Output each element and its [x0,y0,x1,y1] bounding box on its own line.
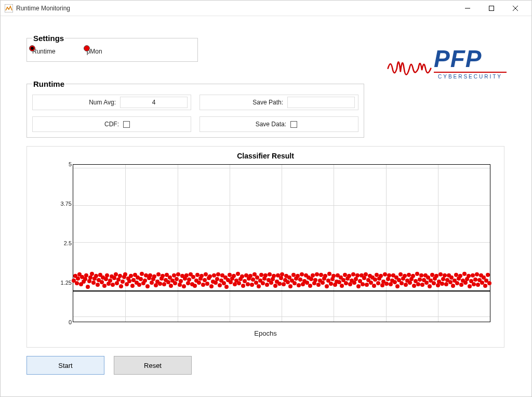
data-point [355,273,360,277]
data-point [323,274,327,278]
data-point [139,277,143,281]
data-point [240,274,244,279]
data-point [462,272,467,276]
data-point [472,282,476,286]
data-point [420,283,424,287]
data-point [76,276,80,281]
runtime-panel: Runtime Num Avg: 4 Save Path: CDF: Save … [26,80,364,138]
data-point [372,284,376,288]
data-point [158,282,162,286]
minimize-button[interactable] [456,1,480,16]
gridline-vertical [386,165,387,322]
data-point [380,283,384,287]
cdf-row: CDF: [32,116,191,132]
chart-title: Classifier Result [37,152,494,160]
data-point [386,277,390,281]
start-button[interactable]: Start [26,356,104,375]
data-point [216,272,220,276]
data-point [215,277,219,281]
data-point [129,274,133,278]
close-button[interactable] [503,1,527,16]
data-point [205,282,209,286]
data-point [130,284,135,288]
settings-panel: Settings Runtime pMon [26,34,198,62]
data-point [364,272,368,276]
brand-name: PFP [434,48,482,70]
save-data-checkbox[interactable] [290,121,297,128]
save-data-row: Save Data: [200,116,358,132]
data-point [161,274,165,278]
waveform-icon [387,49,432,78]
ytick-label: 3.75 [57,201,72,207]
data-point [400,281,404,285]
data-point [241,284,245,288]
cdf-label: CDF: [33,121,123,128]
data-point [327,272,331,276]
data-point [254,281,258,285]
data-point [209,284,214,288]
data-point [340,284,344,288]
data-point [467,274,471,278]
cdf-checkbox[interactable] [123,121,130,128]
app-icon [5,4,13,12]
gridline-vertical [178,165,178,322]
num-avg-input[interactable]: 4 [120,97,188,108]
data-point [316,283,321,287]
data-point [111,283,115,287]
data-point [91,281,96,285]
data-point [83,277,87,281]
radio-runtime[interactable]: Runtime [32,48,56,55]
data-point [286,280,290,284]
window-titlebar: Runtime Monitoring [1,1,531,16]
data-point [90,272,94,276]
gridline-vertical [125,165,126,322]
data-point [86,285,90,289]
data-point [176,272,180,276]
data-point [179,279,183,283]
reset-button[interactable]: Reset [114,356,192,375]
data-point [416,282,420,286]
num-avg-row: Num Avg: 4 [32,95,191,110]
data-point [148,273,152,277]
data-point [443,273,447,277]
data-point [379,274,383,278]
data-point [200,274,204,278]
data-point [351,272,355,276]
data-point [182,284,186,288]
data-point [352,281,356,285]
data-point [292,281,297,285]
data-point [280,272,284,276]
data-point [184,273,189,277]
data-point [468,284,472,288]
radio-pmon[interactable]: pMon [87,48,102,55]
data-point [384,282,389,286]
data-point [143,279,147,283]
data-point [154,283,158,287]
data-point [152,274,156,279]
data-point [121,280,125,284]
data-point [419,273,423,277]
data-point [268,272,272,276]
data-point [257,284,261,288]
data-point [246,282,250,286]
radio-dot-icon [29,45,35,51]
data-point [300,272,304,276]
maximize-button[interactable] [480,1,503,16]
data-point [376,281,380,285]
data-point [432,281,436,285]
data-point [344,281,348,285]
data-point [218,283,222,287]
svg-rect-0 [5,4,13,12]
data-point [140,272,144,276]
brand-logo: PFP CYBERSECURITY [387,48,507,80]
data-point [473,277,477,282]
data-point [471,273,475,277]
data-point [438,272,443,276]
data-point [428,284,432,288]
save-data-label: Save Data: [200,121,290,128]
chart-plot-area [73,164,490,322]
data-point [476,283,480,287]
data-point [87,279,91,283]
save-path-input[interactable] [287,97,355,108]
data-point [250,283,254,287]
